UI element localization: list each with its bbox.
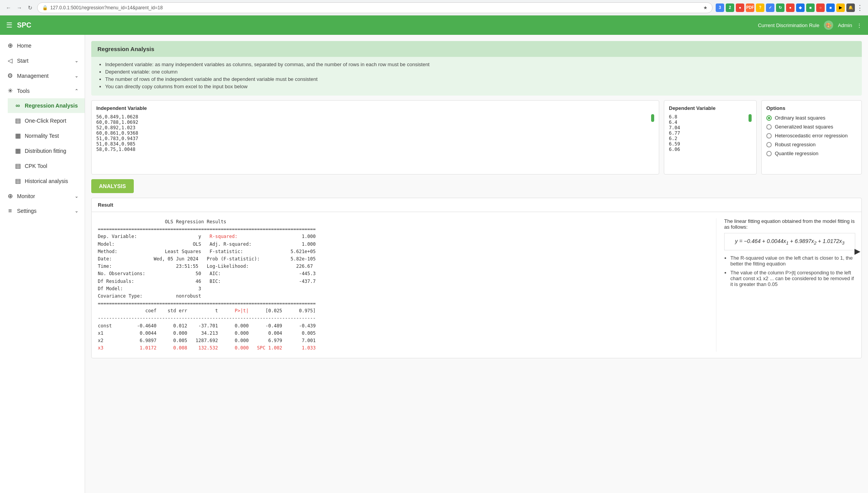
- ext-6[interactable]: ✓: [766, 3, 774, 12]
- monitor-icon: ⊕: [6, 192, 14, 200]
- browser-extensions: 3 2 ● PDF ? ✓ ↻ ● ◆ ■ ○ ■ ▶ 🔔 ⋮: [716, 3, 863, 12]
- app-header: ☰ SPC Current Discrimination Rule 🎨 Admi…: [0, 15, 868, 35]
- result-tab: Result: [92, 198, 861, 212]
- chevron-down-icon: ⌄: [75, 73, 78, 79]
- tools-icon: ✳: [6, 87, 14, 94]
- sidebar-item-tools[interactable]: ✳ Tools ⌃: [0, 83, 85, 98]
- start-icon: ◁: [6, 57, 14, 64]
- ext-pdf[interactable]: PDF: [746, 3, 754, 12]
- options-label: Options: [766, 105, 857, 111]
- options-panel: Options Ordinary least squares Generaliz…: [761, 100, 862, 175]
- admin-menu-icon[interactable]: ⋮: [857, 22, 862, 28]
- normality-icon: ▦: [14, 132, 22, 139]
- radio-quantile[interactable]: [766, 151, 772, 156]
- home-icon: ⊕: [6, 42, 14, 49]
- input-row: Independent Variable 56,0.849,1.0628 60,…: [91, 100, 862, 175]
- sidebar-item-start[interactable]: ◁ Start ⌄: [0, 53, 85, 68]
- app-title: SPC: [17, 21, 758, 29]
- sidebar-item-regression-analysis[interactable]: ∞ Regression Analysis: [8, 98, 85, 113]
- chevron-down-icon: ⌄: [75, 208, 78, 214]
- sidebar-item-home[interactable]: ⊕ Home: [0, 38, 85, 53]
- option-ols[interactable]: Ordinary least squares: [766, 115, 857, 121]
- distribution-icon: ▦: [14, 147, 22, 154]
- sidebar-item-management[interactable]: ⚙ Management ⌄: [0, 68, 85, 83]
- ext-5[interactable]: ?: [756, 3, 764, 12]
- radio-robust[interactable]: [766, 142, 772, 147]
- result-info-section: The linear fitting equation obtained fro…: [716, 218, 855, 352]
- option-robust-label: Robust regression: [775, 142, 816, 147]
- ext-13[interactable]: ▶: [836, 3, 845, 12]
- sidebar-item-one-click-report[interactable]: ▤ One-Click Report: [8, 113, 85, 128]
- palette-icon[interactable]: 🎨: [824, 21, 833, 30]
- url-text: 127.0.0.1:5001/regression?menu_id=14&par…: [50, 5, 163, 10]
- more-button[interactable]: ⋮: [856, 3, 863, 12]
- dependent-variable-panel: Dependent Variable 6.8 6.4 7.04 6.77 6.2…: [664, 100, 757, 175]
- ext-12[interactable]: ■: [826, 3, 835, 12]
- dependent-variable-label: Dependent Variable: [669, 105, 752, 111]
- option-quantile-label: Quantile regression: [775, 151, 819, 156]
- info-item-3: The number of rows of the independent va…: [105, 76, 856, 82]
- lock-icon: 🔒: [42, 5, 48, 10]
- radio-ols[interactable]: [766, 115, 772, 121]
- admin-label: Admin: [838, 22, 852, 28]
- dependent-variable-input[interactable]: 6.8 6.4 7.04 6.77 6.2 6.59 6.06: [669, 114, 752, 168]
- historical-icon: ▤: [14, 177, 22, 185]
- cpk-icon: ▤: [14, 162, 22, 169]
- info-item-4: You can directly copy columns from excel…: [105, 84, 856, 89]
- ext-11[interactable]: ○: [816, 3, 825, 12]
- option-het-label: Heteroscedastic error regression: [775, 133, 848, 139]
- chevron-down-icon: ⌄: [75, 193, 78, 199]
- option-gls[interactable]: Generalized least squares: [766, 124, 857, 130]
- settings-icon: ≡: [6, 207, 14, 214]
- info-box: Independent variable: as many independen…: [91, 57, 862, 96]
- ext-7[interactable]: ↻: [776, 3, 784, 12]
- independent-variable-label: Independent Variable: [96, 105, 654, 111]
- radio-het[interactable]: [766, 133, 772, 139]
- ext-8[interactable]: ●: [786, 3, 795, 12]
- ext-2[interactable]: 2: [726, 3, 734, 12]
- management-icon: ⚙: [6, 72, 14, 79]
- ext-bell[interactable]: 🔔: [846, 3, 855, 12]
- section-title: Regression Analysis: [97, 46, 154, 52]
- option-quantile[interactable]: Quantile regression: [766, 151, 857, 156]
- option-het[interactable]: Heteroscedastic error regression: [766, 133, 857, 139]
- info-item-1: Independent variable: as many independen…: [105, 62, 856, 67]
- analysis-button[interactable]: ANALYSIS: [91, 179, 134, 193]
- result-body: OLS Regression Results =================…: [92, 212, 861, 358]
- chevron-up-icon: ⌃: [75, 88, 78, 94]
- address-bar[interactable]: 🔒 127.0.0.1:5001/regression?menu_id=14&p…: [37, 2, 713, 13]
- regression-icon: ∞: [14, 102, 22, 109]
- independent-variable-input[interactable]: 56,0.849,1.0628 60,0.788,1.0692 52,0.892…: [96, 114, 654, 168]
- note-1: The R-squared value on the left chart is…: [730, 255, 855, 267]
- ext-10[interactable]: ■: [806, 3, 815, 12]
- sidebar-item-normality-test[interactable]: ▦ Normality Test: [8, 128, 85, 143]
- discrimination-rule-label: Current Discrimination Rule: [758, 22, 819, 28]
- section-header: Regression Analysis: [91, 41, 862, 57]
- cursor: ▶: [854, 246, 860, 256]
- ext-9[interactable]: ◆: [796, 3, 805, 12]
- equation-box: y = −0.464 + 0.0044x1 + 6.9897x2 + 1.017…: [724, 233, 855, 250]
- browser-chrome: ← → ↻ 🔒 127.0.0.1:5001/regression?menu_i…: [0, 0, 868, 15]
- ext-3[interactable]: ●: [736, 3, 744, 12]
- reload-button[interactable]: ↻: [26, 4, 34, 12]
- equation-label: The linear fitting equation obtained fro…: [724, 218, 855, 230]
- sidebar-item-distribution-fitting[interactable]: ▦ Distribution fitting: [8, 143, 85, 158]
- back-button[interactable]: ←: [5, 4, 12, 12]
- sidebar-item-historical-analysis[interactable]: ▤ Historical analysis: [8, 173, 85, 188]
- hamburger-menu[interactable]: ☰: [6, 21, 12, 29]
- independent-variable-panel: Independent Variable 56,0.849,1.0628 60,…: [91, 100, 659, 175]
- option-gls-label: Generalized least squares: [775, 124, 833, 130]
- option-robust[interactable]: Robust regression: [766, 142, 857, 147]
- sidebar-item-monitor[interactable]: ⊕ Monitor ⌄: [0, 188, 85, 204]
- ext-1[interactable]: 3: [716, 3, 724, 12]
- result-table-section: OLS Regression Results =================…: [98, 218, 710, 352]
- note-2: The value of the column P>|t| correspond…: [730, 270, 855, 287]
- chevron-down-icon: ⌄: [75, 58, 78, 63]
- sidebar-item-settings[interactable]: ≡ Settings ⌄: [0, 204, 85, 218]
- info-list: Independent variable: as many independen…: [97, 62, 856, 89]
- forward-button[interactable]: →: [15, 4, 23, 12]
- result-card: Result OLS Regression Results ==========…: [91, 198, 862, 358]
- radio-gls[interactable]: [766, 124, 772, 130]
- sidebar-item-cpk-tool[interactable]: ▤ CPK Tool: [8, 158, 85, 173]
- option-ols-label: Ordinary least squares: [775, 115, 825, 121]
